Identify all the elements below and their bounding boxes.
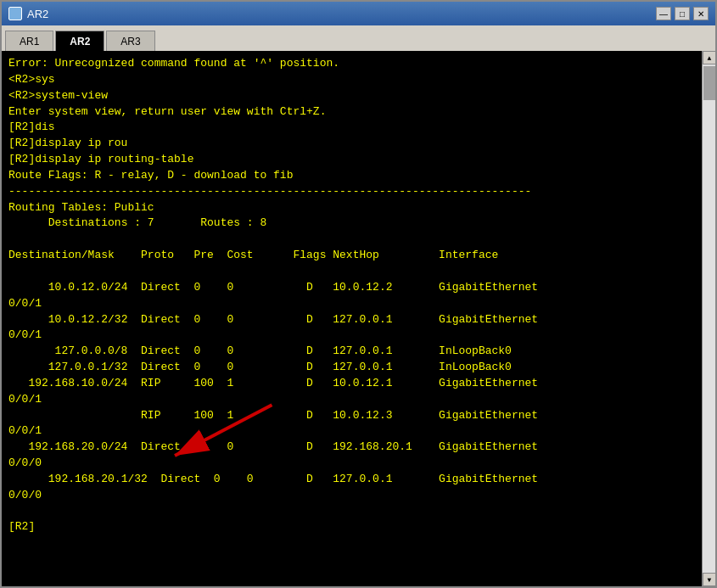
- close-button[interactable]: ✕: [693, 7, 709, 20]
- tab-ar2[interactable]: AR2: [55, 31, 104, 51]
- minimize-button[interactable]: —: [656, 7, 671, 20]
- window-title: AR2: [27, 8, 656, 20]
- scroll-down-button[interactable]: ▼: [703, 573, 715, 586]
- scroll-track[interactable]: [703, 64, 715, 573]
- scroll-up-button[interactable]: ▲: [703, 51, 715, 64]
- terminal-text: Error: Unrecognized command found at '^'…: [8, 56, 695, 535]
- scrollbar[interactable]: ▲ ▼: [702, 51, 715, 586]
- terminal-output[interactable]: Error: Unrecognized command found at '^'…: [2, 51, 702, 586]
- tab-ar1[interactable]: AR1: [5, 31, 53, 51]
- restore-button[interactable]: □: [675, 7, 690, 20]
- scroll-thumb[interactable]: [703, 66, 715, 100]
- window-icon: [8, 7, 22, 20]
- window-controls: — □ ✕: [656, 7, 709, 20]
- main-window: AR2 — □ ✕ AR1 AR2 AR3 Error: Unrecognize…: [0, 0, 717, 588]
- title-bar: AR2 — □ ✕: [2, 2, 715, 25]
- tab-bar: AR1 AR2 AR3: [2, 25, 715, 51]
- tab-ar3[interactable]: AR3: [106, 31, 154, 51]
